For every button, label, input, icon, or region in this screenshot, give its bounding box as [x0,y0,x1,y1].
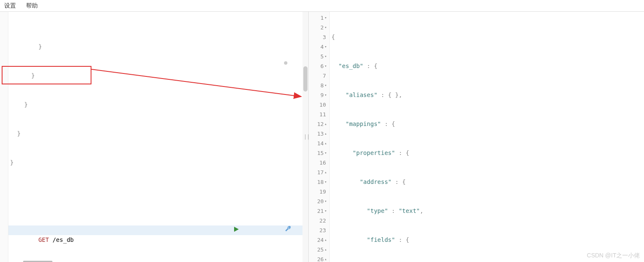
brace: } [10,101,28,108]
json-punct: : { [391,178,406,185]
wrench-icon[interactable] [242,216,292,245]
active-request-line[interactable]: GET /es_db [8,225,308,235]
gutter-line[interactable]: 15▾ [309,148,329,158]
gutter-line[interactable]: 4▾ [309,42,329,52]
json-punct: : [388,207,399,214]
json-key: "address" [360,178,391,185]
menu-settings[interactable]: 设置 [4,2,16,10]
brace: } [10,43,42,50]
brace: } [10,72,35,79]
json-punct: : { }, [378,92,402,98]
request-panel: } } } } } GET /es_db [0,12,308,262]
gutter-line[interactable]: 23 [309,225,329,235]
response-panel: 1▾2▾34▾5▾6▾78▾9▾101112▴13▴14▴15▾1617▴18▾… [309,12,644,262]
gutter-line[interactable]: 25▴ [309,245,329,254]
gutter-line[interactable]: 17▴ [309,168,329,177]
json-punct: : { [395,149,409,156]
json-key: "aliases" [346,92,378,98]
gutter-line[interactable]: 8▾ [309,81,329,90]
gutter-line[interactable]: 12▴ [309,119,329,129]
collapse-dot-icon [284,61,287,65]
json-brace: { [331,34,335,40]
gutter-line[interactable]: 6▾ [309,61,329,71]
scroll-thumb-vertical[interactable] [303,66,308,92]
json-punct: : { [363,63,378,69]
json-key: "properties" [353,149,395,156]
gutter-line[interactable]: 24▴ [309,235,329,245]
gutter-line[interactable]: 13▴ [309,129,329,139]
svg-marker-0 [234,227,239,232]
brace: } [10,130,21,137]
editor-container: } } } } } GET /es_db [0,12,644,262]
json-key: "mappings" [346,121,381,127]
gutter-line[interactable]: 2▾ [309,23,329,32]
gutter-line[interactable]: 11 [309,110,329,119]
right-gutter: 1▾2▾34▾5▾6▾78▾9▾101112▴13▴14▴15▾1617▴18▾… [309,12,330,262]
gutter-line[interactable]: 26▴ [309,254,329,262]
gutter-line[interactable]: 14▴ [309,139,329,148]
gutter-line[interactable]: 7 [309,71,329,81]
gutter-line[interactable]: 16 [309,158,329,168]
gutter-line[interactable]: 1▾ [309,13,329,23]
gutter-line[interactable]: 10 [309,100,329,110]
gutter-line[interactable]: 21▾ [309,206,329,216]
json-punct: , [420,207,423,214]
json-punct: : { [395,236,409,243]
response-viewer[interactable]: { "es_db" : { "aliases" : { }, "mappings… [330,12,644,262]
json-key: "type" [367,207,388,214]
request-editor[interactable]: } } } } } GET /es_db [8,12,308,262]
json-value: "text" [399,207,420,214]
left-gutter [0,12,8,262]
request-path: /es_db [52,236,74,243]
brace: } [10,159,13,166]
json-key: "fields" [367,236,395,243]
menu-help[interactable]: 帮助 [26,2,38,10]
json-punct: : { [381,121,395,127]
json-key: "es_db" [339,63,363,69]
gutter-line[interactable]: 3 [309,32,329,42]
gutter-line[interactable]: 20▾ [309,196,329,206]
gutter-line[interactable]: 5▾ [309,52,329,61]
gutter-line[interactable]: 9▾ [309,90,329,100]
http-method: GET [38,236,49,243]
gutter-line[interactable]: 19 [309,187,329,196]
menu-bar: 设置 帮助 [0,0,644,12]
watermark: CSDN @IT之一小佬 [587,252,640,259]
gutter-line[interactable]: 18▾ [309,177,329,187]
run-request-icon[interactable] [191,216,239,245]
gutter-line[interactable]: 22 [309,216,329,225]
